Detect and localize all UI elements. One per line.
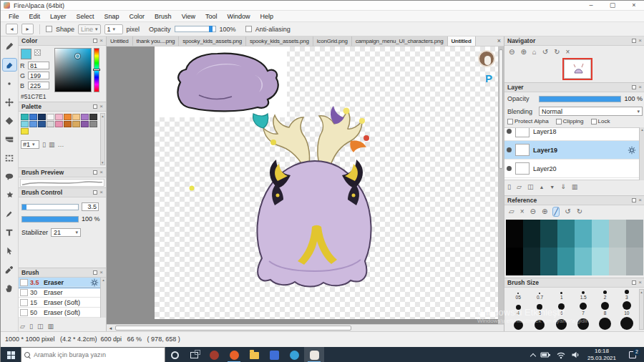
brush-size-option[interactable] — [507, 316, 529, 331]
navigator-view-rect[interactable] — [562, 58, 592, 80]
brush-size-option[interactable]: 0.7 — [529, 289, 550, 300]
brush-size-option[interactable]: 05 — [507, 289, 529, 300]
palette-swatch[interactable] — [38, 121, 46, 127]
move-layer-down-icon[interactable] — [550, 183, 555, 191]
eraser-tool-icon[interactable] — [3, 59, 16, 71]
fit-view-icon[interactable] — [532, 48, 537, 57]
menu-snap[interactable]: Snap — [99, 11, 125, 22]
add-palette-color-icon[interactable] — [42, 141, 46, 148]
brush-size-option[interactable]: 8 — [594, 300, 615, 316]
palette-swatch[interactable] — [21, 128, 29, 134]
brush-item-eraser[interactable]: 30Eraser — [19, 288, 100, 298]
start-button[interactable] — [1, 347, 21, 362]
tray-expand-icon[interactable] — [530, 353, 536, 358]
sv-marker[interactable] — [75, 54, 80, 59]
next-tool-button[interactable]: ▸ — [21, 24, 34, 34]
taskbar-search-input[interactable] — [34, 351, 162, 358]
stabilizer-select[interactable]: 21 — [51, 228, 81, 237]
panel-float-icon[interactable] — [632, 85, 636, 89]
brush-tool-icon[interactable] — [3, 40, 16, 52]
palette-scrollbar[interactable] — [100, 113, 105, 165]
taskbar-app-firealpaca[interactable] — [304, 347, 324, 362]
menu-edit[interactable]: Edit — [24, 11, 46, 22]
menu-color[interactable]: Color — [125, 11, 150, 22]
panel-float-icon[interactable] — [632, 280, 636, 285]
move-layer-up-icon[interactable] — [539, 183, 544, 191]
task-view-button[interactable] — [185, 347, 204, 362]
checkbox-clipping[interactable]: Clipping — [556, 118, 584, 124]
layer-row-layer18[interactable]: Layer18 — [504, 127, 639, 141]
palette-swatch[interactable] — [21, 114, 29, 120]
checkbox-lock[interactable]: Lock — [591, 118, 610, 124]
brush-list-scrollbar[interactable] — [100, 278, 106, 318]
palette-swatch[interactable] — [55, 121, 63, 127]
dot-tool-icon[interactable] — [3, 77, 16, 89]
layer-visibility-icon[interactable] — [507, 129, 512, 134]
palette-swatch[interactable] — [89, 121, 97, 127]
layer-list-scrollbar[interactable] — [639, 127, 644, 180]
brush-size-option[interactable]: 5 — [529, 300, 550, 316]
merge-down-icon[interactable] — [560, 183, 566, 191]
taskbar-app-mail[interactable] — [264, 347, 284, 362]
document-tab-0[interactable]: Untitled — [107, 36, 133, 46]
palette-swatch[interactable] — [29, 114, 37, 120]
channel-b-input[interactable]: 225 — [28, 82, 49, 89]
select-tool-icon[interactable] — [3, 152, 16, 164]
open-reference-icon[interactable] — [509, 207, 514, 216]
taskbar-clock[interactable]: 16:18 25.03.2021 — [585, 348, 619, 362]
select-pen-tool-icon[interactable] — [3, 207, 16, 220]
brush-size-scrollbar[interactable] — [639, 289, 644, 330]
operation-tool-icon[interactable] — [3, 245, 16, 257]
add-brush-icon[interactable] — [29, 323, 33, 330]
clear-reference-icon[interactable] — [520, 207, 525, 216]
taskbar-app-edge[interactable] — [284, 347, 304, 362]
brush-size-option[interactable] — [572, 316, 594, 331]
menu-view[interactable]: View — [177, 11, 200, 22]
gradient-tool-icon[interactable] — [3, 133, 16, 145]
panel-float-icon[interactable] — [632, 39, 636, 43]
action-center-button[interactable]: 2 — [624, 347, 641, 362]
canvas-vertical-scrollbar[interactable] — [498, 47, 504, 324]
brush-size-option[interactable]: 7 — [572, 300, 594, 316]
canvas-horizontal-scrollbar[interactable] — [107, 324, 504, 331]
palette-swatch[interactable] — [81, 114, 89, 120]
antialiasing-checkbox[interactable] — [245, 26, 252, 32]
horizontal-scroll-thumb[interactable] — [115, 326, 351, 331]
panel-close-icon[interactable] — [638, 84, 642, 90]
brush-size-option[interactable]: 3 — [616, 289, 638, 300]
panel-close-icon[interactable] — [99, 270, 103, 275]
scroll-left-arrow-icon[interactable] — [107, 325, 114, 331]
close-button[interactable]: × — [623, 1, 644, 11]
duplicate-layer-icon[interactable] — [527, 183, 534, 191]
menu-tool[interactable]: Tool — [200, 11, 223, 22]
panel-float-icon[interactable] — [93, 104, 97, 109]
palette-swatch[interactable] — [64, 121, 72, 127]
palette-set-select[interactable]: #1 — [21, 140, 39, 149]
zoom-in-icon[interactable] — [520, 48, 526, 57]
opacity-slider[interactable] — [175, 26, 216, 32]
layer-visibility-icon[interactable] — [507, 147, 512, 152]
palette-swatch[interactable] — [47, 114, 54, 120]
menu-layer[interactable]: Layer — [45, 11, 72, 22]
palette-swatch[interactable] — [81, 121, 89, 127]
brush-size-value[interactable]: 3.5 — [82, 202, 99, 211]
rotate-right-icon[interactable] — [554, 48, 560, 57]
brush-opacity-slider[interactable] — [21, 216, 79, 222]
brush-size-option[interactable]: 1 — [551, 289, 572, 300]
panel-close-icon[interactable] — [99, 38, 103, 44]
delete-layer-icon[interactable] — [572, 183, 578, 191]
layer-visibility-icon[interactable] — [507, 166, 512, 171]
panel-float-icon[interactable] — [93, 270, 97, 275]
panel-float-icon[interactable] — [93, 39, 97, 43]
menu-file[interactable]: File — [4, 11, 24, 22]
palette-swatch[interactable] — [55, 114, 63, 120]
menu-window[interactable]: Window — [223, 11, 255, 22]
text-tool-icon[interactable] — [3, 226, 16, 238]
brush-item-eraser[interactable]: 3.5Eraser — [19, 278, 100, 288]
brush-size-option[interactable] — [616, 316, 638, 331]
layer-row-layer19[interactable]: Layer19 — [504, 141, 639, 160]
paypal-donate-button[interactable]: P — [485, 72, 492, 84]
transparency-grid-icon[interactable] — [34, 49, 41, 56]
brush-item-eraser-soft-[interactable]: 15Eraser (Soft) — [19, 298, 100, 308]
brush-size-option[interactable] — [594, 316, 615, 331]
